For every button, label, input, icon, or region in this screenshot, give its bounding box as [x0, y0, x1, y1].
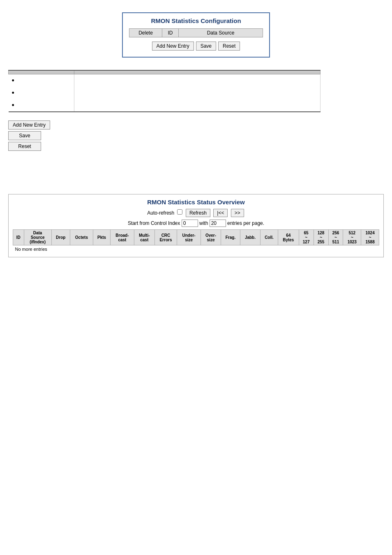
- th-64: 64Bytes: [278, 230, 299, 245]
- auto-refresh-label: Auto-refresh: [147, 210, 174, 216]
- th-crc: CRCErrors: [154, 230, 177, 245]
- reset-button[interactable]: Reset: [8, 142, 41, 151]
- params-row-1: •: [9, 74, 321, 87]
- nav-last-button[interactable]: >>: [231, 209, 244, 217]
- start-from-label: Start from Control Index: [128, 220, 180, 226]
- refresh-button[interactable]: Refresh: [186, 209, 210, 217]
- status-table-header-row: ID DataSource(ifIndex) Drop Octets Pkts …: [13, 230, 379, 245]
- config-action-buttons: Add New Entry Save Reset: [129, 42, 263, 51]
- params-section: • • •: [8, 70, 384, 112]
- rmon-config-box: RMON Statistics Configuration Delete ID …: [122, 12, 270, 58]
- status-table: ID DataSource(ifIndex) Drop Octets Pkts …: [13, 229, 379, 253]
- params-row-3-value: [74, 99, 321, 112]
- header-id: ID: [162, 29, 179, 37]
- config-reset-button[interactable]: Reset: [218, 42, 240, 51]
- th-jabb: Jabb.: [240, 230, 260, 245]
- params-row-2-value: [74, 87, 321, 99]
- status-controls: Auto-refresh Refresh |<< >>: [13, 209, 379, 217]
- auto-refresh-checkbox[interactable]: [177, 209, 182, 215]
- th-pkts: Pkts: [93, 230, 110, 245]
- th-256-511: 256~511: [328, 230, 343, 245]
- params-table: • • •: [8, 70, 321, 112]
- params-row-2: •: [9, 87, 321, 99]
- th-1024-1588: 1024~1588: [361, 230, 379, 245]
- th-datasource: DataSource(ifIndex): [24, 230, 51, 245]
- no-more-entries-row: No more entries: [13, 245, 379, 253]
- th-128-255: 128~255: [314, 230, 328, 245]
- config-table-header: Delete ID Data Source: [129, 28, 263, 37]
- params-row-3-label: •: [9, 99, 74, 112]
- config-save-button[interactable]: Save: [196, 42, 216, 51]
- bullet-icon-3: •: [12, 102, 14, 109]
- header-datasource: Data Source: [179, 29, 263, 37]
- params-row-1-value: [74, 74, 321, 87]
- th-65-127: 65~127: [299, 230, 314, 245]
- th-undersize: Under-size: [177, 230, 201, 245]
- params-row-1-label: •: [9, 74, 74, 87]
- add-new-entry-button[interactable]: Add New Entry: [8, 120, 50, 130]
- th-drop: Drop: [51, 230, 70, 245]
- no-more-entries-label: No more entries: [13, 245, 379, 253]
- params-row-2-label: •: [9, 87, 74, 99]
- config-title: RMON Statistics Configuration: [129, 17, 263, 24]
- status-title: RMON Statistics Status Overview: [13, 199, 379, 206]
- rmon-status-box: RMON Statistics Status Overview Auto-ref…: [8, 194, 384, 257]
- th-octets: Octets: [70, 230, 93, 245]
- th-broadcast: Broad-cast: [111, 230, 134, 245]
- bullet-icon-1: •: [12, 77, 14, 84]
- bullet-icon-2: •: [12, 89, 14, 97]
- config-add-new-entry-button[interactable]: Add New Entry: [152, 42, 194, 51]
- entries-per-page-label: entries per page.: [227, 220, 264, 226]
- th-oversize: Over-size: [201, 230, 221, 245]
- action-buttons-section: Add New Entry Save Reset: [8, 120, 384, 151]
- params-row-3: •: [9, 99, 321, 112]
- th-512-1023: 512~1023: [343, 230, 361, 245]
- th-frag: Frag.: [221, 230, 240, 245]
- save-button[interactable]: Save: [8, 131, 41, 140]
- with-label: with: [199, 220, 208, 226]
- header-delete: Delete: [129, 29, 162, 37]
- start-from-input[interactable]: [182, 220, 198, 227]
- spacer: [8, 157, 384, 190]
- th-id: ID: [13, 230, 24, 245]
- pagination-controls: Start from Control Index with entries pe…: [13, 220, 379, 227]
- nav-first-button[interactable]: |<<: [213, 209, 228, 217]
- entries-per-page-input[interactable]: [210, 220, 226, 227]
- th-multicast: Multi-cast: [134, 230, 154, 245]
- th-coll: Coll.: [261, 230, 278, 245]
- params-col2-header: [74, 70, 321, 74]
- params-col1-header: [9, 70, 74, 74]
